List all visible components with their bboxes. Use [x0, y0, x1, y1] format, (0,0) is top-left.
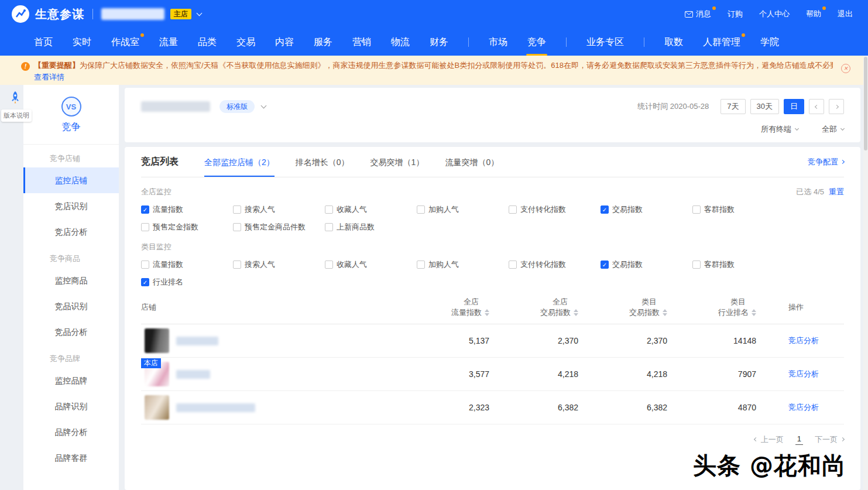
sidebar-item-brand-identify[interactable]: 品牌识别 [23, 393, 119, 419]
nav-item-trade[interactable]: 交易 [236, 28, 255, 56]
messages-link[interactable]: 消息 [685, 9, 711, 19]
prev-date-button[interactable] [809, 99, 824, 114]
version-note-tab[interactable]: 版本说明 [1, 109, 32, 122]
shop-cell[interactable] [141, 395, 400, 420]
sort-icon[interactable] [663, 309, 667, 316]
nav-item-business-zone[interactable]: 业务专区 [586, 28, 624, 56]
nav-item-home[interactable]: 首页 [34, 28, 53, 56]
nav-item-marketing[interactable]: 营销 [352, 28, 371, 56]
rocket-icon[interactable] [8, 91, 23, 109]
nav-item-traffic[interactable]: 流量 [159, 28, 178, 56]
nav-item-crowd-management[interactable]: 人群管理 [703, 28, 740, 56]
checkbox[interactable] [325, 205, 333, 214]
nav-item-finance[interactable]: 财务 [430, 28, 448, 56]
chevron-down-icon[interactable] [261, 102, 267, 108]
shop-analysis-link[interactable]: 竞店分析 [788, 336, 819, 345]
checkbox[interactable] [692, 205, 701, 214]
shop-cell[interactable] [141, 362, 400, 386]
checkbox[interactable] [141, 278, 149, 286]
checkbox-item[interactable]: 客群指数 [692, 259, 784, 270]
app-logo-icon[interactable] [12, 5, 29, 23]
sort-icon[interactable] [574, 309, 578, 316]
sidebar-item-product-identify[interactable]: 竞品识别 [23, 293, 119, 319]
checkbox[interactable] [141, 223, 149, 231]
range-7d-button[interactable]: 7天 [721, 99, 745, 114]
sidebar-item-monitor-product[interactable]: 监控商品 [23, 268, 119, 293]
prev-page-link[interactable]: 上一页 [754, 434, 784, 445]
checkbox-item[interactable]: 加购人气 [417, 259, 509, 270]
checkbox[interactable] [417, 261, 425, 269]
checkbox-item[interactable]: 支付转化指数 [509, 204, 601, 215]
checkbox[interactable] [233, 223, 241, 231]
checkbox[interactable] [509, 261, 517, 269]
sidebar-item-brand-analysis[interactable]: 品牌分析 [23, 419, 119, 445]
current-page[interactable]: 1 [795, 434, 803, 445]
shop-analysis-link[interactable]: 竞店分析 [788, 369, 819, 378]
checkbox-item[interactable]: 客群指数 [692, 204, 784, 215]
next-page-link[interactable]: 下一页 [815, 434, 844, 445]
checkbox[interactable] [692, 261, 701, 269]
tab-all-monitored-shops[interactable]: 全部监控店铺（2） [204, 147, 275, 177]
nav-item-category[interactable]: 品类 [198, 28, 217, 56]
checkbox[interactable] [601, 205, 609, 214]
nav-item-competition[interactable]: 竞争 [527, 28, 546, 56]
checkbox-item[interactable]: 流量指数 [141, 204, 233, 215]
sidebar-item-monitor-shop[interactable]: 监控店铺 [23, 167, 119, 193]
sort-icon[interactable] [485, 309, 489, 316]
tab-trade-surge[interactable]: 交易突增（1） [370, 147, 424, 177]
notice-detail-link[interactable]: 查看详情 [34, 72, 64, 83]
checkbox[interactable] [141, 261, 149, 269]
subscribe-link[interactable]: 订购 [728, 9, 743, 19]
range-day-button[interactable]: 日 [784, 99, 804, 114]
checkbox[interactable] [601, 261, 609, 269]
checkbox-item[interactable]: 搜索人气 [233, 259, 325, 270]
checkbox-item[interactable]: 预售定金商品件数 [233, 222, 325, 232]
shop-switcher-chevron-icon[interactable] [197, 10, 203, 16]
checkbox[interactable] [233, 205, 241, 214]
logout-link[interactable]: 退出 [838, 9, 853, 19]
nav-item-content[interactable]: 内容 [275, 28, 294, 56]
personal-center-link[interactable]: 个人中心 [759, 9, 790, 19]
checkbox[interactable] [417, 205, 425, 214]
sidebar-item-monitor-brand[interactable]: 监控品牌 [23, 368, 119, 393]
checkbox[interactable] [233, 261, 241, 269]
nav-item-realtime[interactable]: 实时 [73, 28, 91, 56]
checkbox-item[interactable]: 行业排名 [141, 277, 233, 287]
close-icon[interactable] [841, 64, 850, 73]
scrollbar-thumb[interactable] [864, 57, 867, 150]
checkbox-item[interactable]: 收藏人气 [325, 259, 417, 270]
checkbox[interactable] [141, 205, 149, 214]
scope-filter-dropdown[interactable]: 全部 [822, 124, 844, 135]
shop-analysis-link[interactable]: 竞店分析 [788, 403, 819, 412]
sidebar-item-brand-customers[interactable]: 品牌客群 [23, 445, 119, 471]
checkbox-item[interactable]: 搜索人气 [233, 204, 325, 215]
checkbox-item[interactable]: 上新商品数 [325, 222, 417, 232]
checkbox-item[interactable]: 交易指数 [601, 259, 692, 270]
sort-icon[interactable] [752, 309, 756, 316]
sidebar-item-product-analysis[interactable]: 竞品分析 [23, 319, 119, 345]
checkbox-item[interactable]: 支付转化指数 [509, 259, 601, 270]
help-link[interactable]: 帮助 [806, 9, 821, 19]
sidebar-item-shop-analysis[interactable]: 竞店分析 [23, 219, 119, 245]
scrollbar[interactable] [863, 56, 868, 490]
checkbox[interactable] [325, 261, 333, 269]
tab-rank-growth[interactable]: 排名增长（0） [296, 147, 349, 177]
checkbox-item[interactable]: 加购人气 [417, 204, 509, 215]
checkbox-item[interactable]: 收藏人气 [325, 204, 417, 215]
sidebar-item-shop-identify[interactable]: 竞店识别 [23, 193, 119, 219]
competition-config-link[interactable]: 竞争配置 [808, 157, 844, 167]
checkbox-item[interactable]: 流量指数 [141, 259, 233, 270]
nav-item-service[interactable]: 服务 [314, 28, 332, 56]
nav-item-market[interactable]: 市场 [489, 28, 507, 56]
nav-item-logistics[interactable]: 物流 [391, 28, 410, 56]
checkbox-item[interactable]: 预售定金指数 [141, 222, 233, 232]
nav-item-war-room[interactable]: 作战室 [111, 28, 139, 56]
range-30d-button[interactable]: 30天 [750, 99, 779, 114]
checkbox[interactable] [509, 205, 517, 214]
checkbox[interactable] [325, 223, 333, 231]
shop-cell[interactable] [141, 328, 400, 353]
reset-link[interactable]: 重置 [829, 187, 844, 197]
terminal-filter-dropdown[interactable]: 所有终端 [761, 124, 798, 135]
checkbox-item[interactable]: 交易指数 [601, 204, 692, 215]
nav-item-academy[interactable]: 学院 [760, 28, 779, 56]
